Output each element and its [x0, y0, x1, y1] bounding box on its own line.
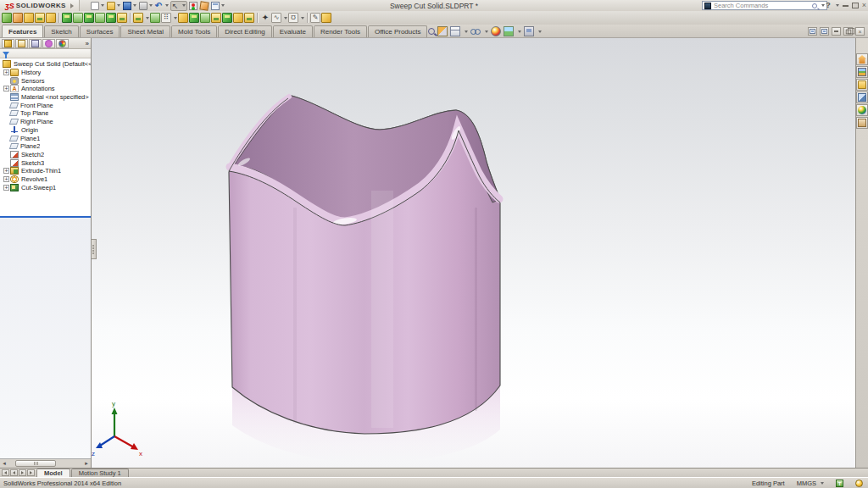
tab-direct-editing[interactable]: Direct Editing: [218, 25, 272, 37]
file-explorer-button[interactable]: [856, 79, 868, 91]
tree-item-revolve1[interactable]: + Revolve1: [0, 175, 91, 184]
tree-root-item[interactable]: Sweep Cut Solid (Default<<Defa: [0, 60, 91, 69]
units-selector[interactable]: MMGS: [797, 480, 824, 487]
tool-extrude-cut-icon[interactable]: [62, 13, 72, 23]
tool-boundary-boss-icon[interactable]: [46, 13, 56, 23]
tool-instant3d-icon[interactable]: Ʊ: [288, 13, 298, 23]
pattern-caret-icon[interactable]: [174, 17, 177, 19]
tool-ramp-icon[interactable]: [321, 13, 331, 23]
tree-item-sketch3[interactable]: Sketch3: [0, 158, 91, 167]
undo-button[interactable]: ↶: [154, 1, 170, 11]
help-caret-icon[interactable]: [836, 4, 839, 7]
custom-properties-status-icon[interactable]: T: [836, 480, 843, 487]
graphics-viewport[interactable]: y x z: [92, 38, 855, 468]
tree-item-right-plane[interactable]: Right Plane: [0, 118, 91, 126]
tool-wrap-icon[interactable]: [211, 13, 221, 23]
doc-minimize-button[interactable]: [832, 27, 841, 36]
rebuild-button[interactable]: [188, 1, 198, 11]
save-button[interactable]: [122, 1, 137, 11]
expand-toggle[interactable]: +: [3, 168, 9, 174]
tool-sketch-mode-icon[interactable]: ✎: [310, 13, 320, 23]
dimxpert-tab[interactable]: [42, 39, 55, 48]
options-button[interactable]: [199, 1, 209, 11]
tool-pattern-grid-icon[interactable]: ⠿: [161, 13, 171, 23]
motion-study-tab[interactable]: Motion Study 1: [71, 469, 129, 477]
tool-intersect-icon[interactable]: [222, 13, 232, 23]
app-minimize-button[interactable]: [843, 5, 849, 7]
window-button[interactable]: [210, 1, 225, 11]
edit-appearance-icon[interactable]: [491, 26, 501, 36]
model-tab[interactable]: Model: [36, 469, 70, 477]
tool-linear-pattern-icon[interactable]: [150, 13, 160, 23]
custom-properties-button[interactable]: [856, 117, 868, 129]
tree-item-material[interactable]: Material <not specified>: [0, 93, 91, 102]
model-sweep-cut-solid[interactable]: y x z: [92, 38, 854, 468]
open-button[interactable]: [106, 1, 121, 11]
prev-tab-button[interactable]: [10, 469, 18, 476]
first-tab-button[interactable]: [2, 469, 9, 476]
search-caret-icon[interactable]: [821, 4, 825, 7]
tool-mirror-icon[interactable]: [233, 13, 243, 23]
tab-surfaces[interactable]: Surfaces: [80, 25, 120, 37]
doc-cascade-button[interactable]: [820, 27, 829, 36]
tab-office-products[interactable]: Office Products: [368, 25, 428, 37]
tool-rib-icon[interactable]: [178, 13, 188, 23]
undo-caret-icon[interactable]: [165, 4, 169, 7]
tool-loft-cut-icon[interactable]: [106, 13, 116, 23]
help-button[interactable]: ?: [826, 1, 831, 10]
design-library-button[interactable]: [856, 66, 868, 78]
tree-item-annotations[interactable]: + A Annotations: [0, 85, 91, 93]
tool-curves-icon[interactable]: ∿: [271, 13, 281, 23]
view-orientation-icon[interactable]: [450, 26, 460, 36]
expand-toggle[interactable]: +: [3, 185, 9, 191]
expand-toggle[interactable]: +: [3, 86, 9, 92]
panel-overflow-button[interactable]: »: [86, 40, 89, 47]
instant3d-caret-icon[interactable]: [301, 17, 304, 19]
tree-item-sensors[interactable]: Sensors: [0, 76, 91, 85]
tool-sweep-boss-icon[interactable]: [24, 13, 34, 23]
scroll-right-arrow[interactable]: ▸: [82, 460, 91, 468]
tool-boundary-cut-icon[interactable]: [117, 13, 127, 23]
tool-draft-icon[interactable]: [189, 13, 199, 23]
tree-item-history[interactable]: + History: [0, 69, 91, 77]
doc-new-window-button[interactable]: [808, 27, 817, 36]
zoom-to-fit-icon[interactable]: [428, 28, 435, 35]
tree-filter-bar[interactable]: [0, 49, 91, 58]
tool-shell-icon[interactable]: [200, 13, 210, 23]
view-settings-icon[interactable]: [524, 26, 534, 36]
tree-item-sketch2[interactable]: Sketch2: [0, 151, 91, 159]
solidworks-menu-button[interactable]: ʒS SOLIDWORKS: [0, 0, 80, 11]
open-caret-icon[interactable]: [117, 4, 120, 7]
curves-caret-icon[interactable]: [284, 17, 287, 19]
apply-scene-caret-icon[interactable]: [518, 30, 521, 33]
new-caret-icon[interactable]: [101, 4, 104, 7]
panel-collapse-handle[interactable]: [92, 239, 97, 259]
tree-item-plane1[interactable]: Plane1: [0, 134, 91, 142]
hide-show-items-icon[interactable]: [470, 26, 481, 36]
scroll-left-arrow[interactable]: ◂: [0, 460, 8, 468]
tree-item-plane2[interactable]: Plane2: [0, 142, 91, 151]
expand-toggle[interactable]: +: [3, 69, 9, 75]
menu-expand-icon[interactable]: [70, 3, 74, 8]
units-caret-icon[interactable]: [821, 482, 824, 485]
tab-mold-tools[interactable]: Mold Tools: [171, 25, 217, 37]
search-scope-icon[interactable]: [704, 3, 711, 9]
section-view-icon[interactable]: [437, 26, 448, 36]
select-caret-icon[interactable]: [182, 4, 186, 7]
apply-scene-icon[interactable]: [504, 26, 514, 36]
doc-restore-button[interactable]: [843, 27, 853, 36]
tree-item-cut-sweep1[interactable]: + Cut-Sweep1: [0, 183, 91, 191]
tree-item-extrude-thin1[interactable]: + Extrude-Thin1: [0, 167, 91, 175]
featuremanager-tree-tab[interactable]: [2, 39, 14, 48]
status-ball-icon[interactable]: [855, 480, 863, 487]
select-button[interactable]: ↖: [170, 1, 187, 11]
print-button[interactable]: [138, 1, 153, 11]
scrollbar-thumb[interactable]: [15, 460, 56, 467]
next-tab-button[interactable]: [19, 469, 26, 476]
doc-close-button[interactable]: ×: [855, 27, 865, 36]
configurationmanager-tab[interactable]: [29, 39, 42, 48]
tool-sweep-cut-icon[interactable]: [95, 13, 105, 23]
app-close-button[interactable]: ×: [862, 1, 866, 10]
tool-extrude-boss-icon[interactable]: [2, 13, 12, 23]
save-caret-icon[interactable]: [133, 4, 136, 7]
